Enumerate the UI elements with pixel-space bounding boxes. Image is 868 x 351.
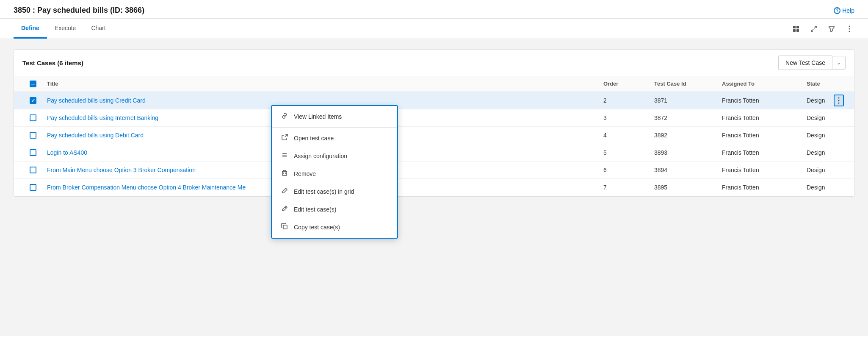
row-1-context-menu-button[interactable] <box>834 95 844 106</box>
row-4-checkbox-cell[interactable] <box>22 144 44 161</box>
context-menu-label-view-linked: View Linked Items <box>294 113 342 120</box>
row-2-checkbox-cell[interactable] <box>22 109 44 126</box>
tab-define[interactable]: Define <box>14 19 47 39</box>
context-menu-item-edit-cases[interactable]: Edit test case(s) <box>272 201 397 218</box>
row-1-checkbox-cell[interactable] <box>22 92 44 109</box>
svg-rect-21 <box>283 225 287 229</box>
context-menu-label-edit-cases: Edit test case(s) <box>294 206 336 213</box>
expand-button[interactable] <box>809 24 819 34</box>
svg-point-11 <box>838 100 840 101</box>
svg-point-8 <box>849 28 850 29</box>
table-row: Login to AS400 5 3893 Francis Totten Des… <box>14 144 854 162</box>
svg-line-13 <box>285 134 287 137</box>
context-menu-label-copy-cases: Copy test case(s) <box>294 224 340 231</box>
row-5-checkbox-cell[interactable] <box>22 162 44 178</box>
svg-rect-0 <box>793 26 796 28</box>
pencil-grid-icon <box>280 187 289 196</box>
more-options-button[interactable] <box>844 24 854 34</box>
row-5-state: Design <box>803 162 846 178</box>
th-select <box>22 76 44 92</box>
row-4-checkbox[interactable] <box>30 149 36 156</box>
context-menu-item-edit-grid[interactable]: Edit test case(s) in grid <box>272 183 397 201</box>
th-test-case-id: Test Case Id <box>651 76 719 92</box>
row-4-order: 5 <box>600 144 651 161</box>
th-state: State <box>803 76 846 92</box>
context-menu-label-edit-grid: Edit test case(s) in grid <box>294 188 354 195</box>
row-3-checkbox[interactable] <box>30 132 36 139</box>
row-2-test-case-id: 3872 <box>651 109 719 126</box>
row-5-checkbox[interactable] <box>30 167 36 173</box>
table-header: Title Order Test Case Id Assigned To Sta… <box>14 76 854 92</box>
filter-icon <box>828 25 835 32</box>
tabs-row: Define Execute Chart <box>0 19 868 39</box>
row-4-state: Design <box>803 144 846 161</box>
row-6-checkbox[interactable] <box>30 184 36 191</box>
test-cases-panel: Test Cases (6 items) New Test Case ⌄ Tit… <box>14 49 854 197</box>
tab-chart[interactable]: Chart <box>83 19 113 39</box>
tab-execute[interactable]: Execute <box>47 19 84 39</box>
new-test-case-button[interactable]: New Test Case <box>778 56 832 70</box>
row-3-order: 4 <box>600 127 651 144</box>
row-6-assigned-to: Francis Totten <box>719 179 803 196</box>
context-menu-item-remove[interactable]: Remove <box>272 165 397 183</box>
row-2-order: 3 <box>600 109 651 126</box>
row-2-checkbox[interactable] <box>30 114 36 121</box>
trash-icon <box>280 170 289 178</box>
open-icon <box>280 134 289 142</box>
row-5-test-case-id: 3894 <box>651 162 719 178</box>
row-1-test-case-id: 3871 <box>651 92 719 109</box>
page-title: 3850 : Pay scheduled bills (ID: 3866) <box>14 6 144 15</box>
filter-button[interactable] <box>827 24 837 34</box>
row-6-test-case-id: 3895 <box>651 179 719 196</box>
list-icon <box>280 152 289 160</box>
row-4-test-case-id: 3893 <box>651 144 719 161</box>
help-link[interactable]: ? Help <box>834 7 854 14</box>
table-row: Pay scheduled bills using Internet Banki… <box>14 109 854 127</box>
th-order: Order <box>600 76 651 92</box>
panel-header: Test Cases (6 items) New Test Case ⌄ <box>14 50 854 76</box>
select-all-checkbox[interactable] <box>30 81 36 87</box>
row-6-checkbox-cell[interactable] <box>22 179 44 196</box>
link-icon <box>280 112 289 121</box>
svg-point-10 <box>838 98 840 99</box>
expand-icon <box>810 25 817 32</box>
help-label: Help <box>842 7 854 14</box>
context-menu-item-open-test-case[interactable]: Open test case <box>272 129 397 147</box>
svg-rect-1 <box>796 26 799 28</box>
svg-rect-17 <box>282 171 287 176</box>
svg-rect-2 <box>793 29 796 32</box>
row-1-order: 2 <box>600 92 651 109</box>
new-test-case-wrap: New Test Case ⌄ <box>778 56 846 70</box>
copy-icon <box>280 223 289 231</box>
new-test-case-dropdown[interactable]: ⌄ <box>832 56 846 70</box>
row-3-state: Design <box>803 127 846 144</box>
svg-rect-3 <box>796 29 799 32</box>
context-menu-item-view-linked[interactable]: View Linked Items <box>272 108 397 125</box>
row-1-assigned-to: Francis Totten <box>719 92 803 109</box>
test-cases-table: Title Order Test Case Id Assigned To Sta… <box>14 76 854 196</box>
tabs-list: Define Execute Chart <box>14 19 113 39</box>
svg-point-7 <box>849 25 850 27</box>
row-4-assigned-to: Francis Totten <box>719 144 803 161</box>
row-2-state: Design <box>803 109 846 126</box>
table-row: From Main Menu choose Option 3 Broker Co… <box>14 162 854 179</box>
context-menu-label-remove: Remove <box>294 170 316 177</box>
th-assigned-to: Assigned To <box>719 76 803 92</box>
table-row: Pay scheduled bills using Debit Card 4 3… <box>14 127 854 144</box>
context-menu-item-assign-config[interactable]: Assign configuration <box>272 147 397 165</box>
context-menu-label-assign-config: Assign configuration <box>294 153 347 159</box>
pencil-icon <box>280 205 289 214</box>
table-row: From Broker Compensation Menu choose Opt… <box>14 179 854 196</box>
more-icon <box>846 25 853 32</box>
grid-view-button[interactable] <box>791 24 801 34</box>
row-3-assigned-to: Francis Totten <box>719 127 803 144</box>
context-menu-item-copy-cases[interactable]: Copy test case(s) <box>272 218 397 236</box>
svg-point-9 <box>849 31 850 32</box>
row-3-checkbox-cell[interactable] <box>22 127 44 144</box>
context-menu-label-open-test-case: Open test case <box>294 135 334 142</box>
panel-title: Test Cases (6 items) <box>22 59 83 67</box>
table-row: Pay scheduled bills using Credit Card 2 … <box>14 92 854 109</box>
row-1-checkbox[interactable] <box>30 97 36 104</box>
help-icon: ? <box>834 7 840 14</box>
dots-vertical-icon <box>838 97 840 104</box>
